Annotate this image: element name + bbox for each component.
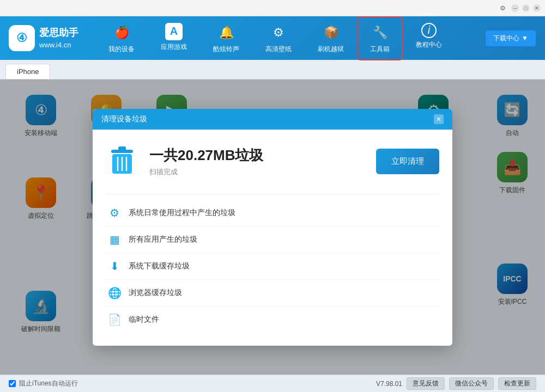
trash-system-daily[interactable]: ⚙ 系统日常使用过程中产生的垃圾 — [106, 200, 439, 226]
svg-rect-1 — [118, 146, 126, 151]
nav-ringtones[interactable]: 🔔 酷炫铃声 — [200, 16, 252, 60]
app-trash-icon: ▦ — [108, 233, 121, 246]
jailbreak-icon: 📦 — [321, 23, 341, 42]
modal-close-button[interactable]: ✕ — [434, 114, 444, 124]
itunes-checkbox[interactable] — [9, 380, 16, 387]
apps-icon: A — [165, 23, 183, 40]
browser-cache-icon: 🌐 — [108, 286, 121, 299]
download-center-button[interactable]: 下载中心 ▼ — [485, 30, 536, 47]
nav-apps[interactable]: A 应用游戏 — [148, 16, 200, 60]
trash-browser-cache[interactable]: 🌐 浏览器缓存垃圾 — [106, 280, 439, 307]
ringtones-icon: 🔔 — [216, 23, 236, 42]
logo-icon: ④ — [9, 25, 35, 51]
tab-iphone[interactable]: iPhone — [5, 64, 50, 79]
modal-overlay: 清理设备垃圾 ✕ — [0, 79, 545, 375]
nav-wallpaper[interactable]: ⚙ 高清壁纸 — [252, 16, 305, 60]
my-device-icon: 🍎 — [112, 23, 131, 42]
header: ④ 爱思助手 www.i4.cn 🍎 我的设备 A 应用游戏 🔔 酷炫铃声 ⚙ … — [0, 16, 545, 60]
footer: 阻止iTunes自动运行 V7.98.01 意见反馈 微信公众号 检查更新 — [0, 375, 545, 392]
trash-size: 一共20.27MB垃圾 — [149, 146, 365, 165]
divider — [106, 194, 439, 194]
toolbox-icon: 🔧 — [370, 23, 390, 42]
trash-temp-files[interactable]: 📄 临时文件 — [106, 307, 439, 333]
trash-app-trash[interactable]: ▦ 所有应用产生的垃圾 — [106, 226, 439, 253]
clean-button[interactable]: 立即清理 — [376, 149, 439, 174]
clean-modal: 清理设备垃圾 ✕ — [93, 109, 452, 346]
download-cache-icon: ⬇ — [108, 260, 121, 273]
trash-summary: 一共20.27MB垃圾 扫描完成 立即清理 — [106, 143, 439, 181]
main-content: ④ 安装移动端 🔔 制作铃声 ▶ 手机投屏直播 ⚙ 屏蔽iOS更新 📍 虚拟定位… — [0, 79, 545, 375]
modal-header: 清理设备垃圾 ✕ — [93, 109, 452, 130]
close-button[interactable]: ✕ — [533, 4, 541, 12]
footer-right: V7.98.01 意见反馈 微信公众号 检查更新 — [376, 377, 536, 390]
minimize-button[interactable]: ─ — [511, 4, 519, 12]
nav-jailbreak[interactable]: 📦 刷机越狱 — [305, 16, 357, 60]
titlebar: ⚙ ─ □ ✕ — [0, 0, 545, 16]
update-button[interactable]: 检查更新 — [498, 377, 536, 390]
version-label: V7.98.01 — [376, 380, 402, 388]
logo: ④ 爱思助手 www.i4.cn — [9, 25, 80, 51]
modal-body: 一共20.27MB垃圾 扫描完成 立即清理 ⚙ 系统日常使用过程中产生的垃圾 ▦… — [93, 130, 452, 346]
trash-list: ⚙ 系统日常使用过程中产生的垃圾 ▦ 所有应用产生的垃圾 ⬇ 系统下载缓存垃圾 … — [106, 200, 439, 333]
temp-files-icon: 📄 — [108, 313, 121, 326]
system-daily-icon: ⚙ — [108, 206, 121, 219]
logo-text: 爱思助手 www.i4.cn — [39, 26, 78, 50]
tabs-bar: iPhone — [0, 60, 545, 79]
trash-icon — [106, 143, 138, 181]
maximize-button[interactable]: □ — [522, 4, 530, 12]
trash-download-cache[interactable]: ⬇ 系统下载缓存垃圾 — [106, 253, 439, 280]
trash-info: 一共20.27MB垃圾 扫描完成 — [149, 146, 365, 177]
header-right: 下载中心 ▼ — [471, 30, 536, 47]
itunes-label: 阻止iTunes自动运行 — [19, 379, 78, 388]
feedback-button[interactable]: 意见反馈 — [407, 377, 445, 390]
wallpaper-icon: ⚙ — [269, 23, 288, 42]
nav-tutorial[interactable]: i 教程中心 — [403, 16, 455, 60]
footer-left: 阻止iTunes自动运行 — [9, 379, 78, 388]
tutorial-icon: i — [421, 23, 437, 38]
scan-status: 扫描完成 — [149, 167, 365, 177]
nav-items: 🍎 我的设备 A 应用游戏 🔔 酷炫铃声 ⚙ 高清壁纸 📦 刷机越狱 🔧 工具箱… — [80, 16, 471, 60]
wechat-button[interactable]: 微信公众号 — [449, 377, 494, 390]
nav-my-device[interactable]: 🍎 我的设备 — [95, 16, 148, 60]
settings-icon[interactable]: ⚙ — [500, 4, 506, 12]
nav-toolbox[interactable]: 🔧 工具箱 — [357, 16, 403, 60]
